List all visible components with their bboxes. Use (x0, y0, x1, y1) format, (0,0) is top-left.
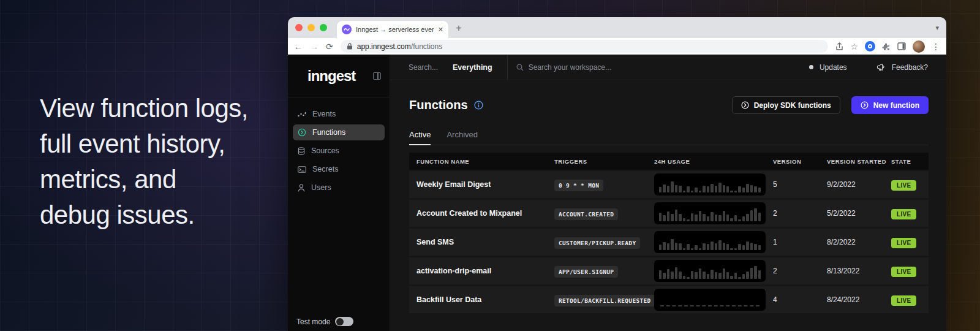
state-badge: LIVE (891, 179, 916, 190)
app-sidebar: inngest Events Functions Sources (288, 55, 390, 331)
page-header: Functions Deploy SDK functions New funct… (409, 96, 929, 114)
side-panel-icon[interactable] (897, 42, 906, 50)
version-started-value: 8/13/2022 (827, 267, 891, 275)
new-function-button-label: New function (873, 101, 919, 110)
new-function-button[interactable]: New function (851, 96, 929, 114)
tab-active[interactable]: Active (409, 130, 431, 145)
col-header-state: STATE (891, 158, 929, 165)
usage-sparkline (654, 231, 766, 253)
onepassword-extension-icon[interactable] (865, 41, 875, 51)
table-row[interactable]: Backfill User Data RETOOL/BACKFILL.REQUE… (409, 286, 929, 313)
minimize-window-button[interactable] (307, 24, 315, 31)
table-row[interactable]: activation-drip-email APP/USER.SIGNUP 2 … (409, 257, 929, 284)
sidebar-item-label: Events (312, 110, 336, 118)
trigger-badge: 0 9 * * MON (554, 179, 603, 190)
table-header-row: FUNCTION NAME TRIGGERS 24H USAGE VERSION… (409, 153, 929, 170)
bookmark-star-icon[interactable]: ☆ (850, 42, 858, 51)
state-badge: LIVE (891, 208, 916, 219)
divider (507, 55, 508, 80)
version-started-value: 8/24/2022 (827, 295, 891, 304)
updates-dot-icon (809, 65, 813, 69)
page-title: Functions (409, 98, 468, 112)
function-tabs: Active Archived (409, 130, 929, 145)
browser-toolbar: ← → ⟳ app.inngest.com/functions ☆ (288, 38, 946, 55)
version-value: 2 (773, 267, 827, 275)
app-content: Search... Everything Updates Feedback? (390, 55, 946, 331)
users-icon (298, 184, 305, 192)
new-tab-button[interactable]: + (456, 23, 462, 33)
col-header-version-started: VERSION STARTED (827, 158, 891, 165)
profile-avatar[interactable] (913, 40, 925, 53)
function-name: Weekly Email Digest (417, 180, 554, 189)
browser-tab[interactable]: Inngest → serverless event-dri ✕ (337, 21, 448, 38)
deploy-button-label: Deploy SDK functions (754, 101, 831, 110)
workspace-search[interactable] (516, 63, 809, 72)
usage-sparkline (654, 173, 766, 196)
version-started-value: 5/2/2022 (827, 209, 891, 218)
search-label[interactable]: Search... (409, 63, 438, 72)
browser-window: Inngest → serverless event-dri ✕ + ▾ ← →… (288, 17, 946, 331)
hero-line: metrics, and (40, 162, 248, 197)
sidebar-item-secrets[interactable]: Secrets (293, 161, 385, 177)
version-value: 4 (773, 295, 827, 304)
test-mode-toggle[interactable] (335, 317, 353, 326)
app-top-bar: Search... Everything Updates Feedback? (390, 55, 946, 80)
sidebar-item-label: Users (311, 183, 331, 192)
tab-archived[interactable]: Archived (447, 130, 478, 145)
search-scope-selector[interactable]: Everything (453, 63, 492, 72)
url-path: /functions (411, 42, 442, 51)
function-name: Send SMS (417, 238, 554, 246)
browser-tab-strip: Inngest → serverless event-dri ✕ + ▾ (288, 17, 946, 38)
deploy-sdk-functions-button[interactable]: Deploy SDK functions (732, 96, 840, 114)
inngest-app: inngest Events Functions Sources (288, 55, 946, 331)
trigger-badge: CUSTOMER/PICKUP.READY (554, 237, 640, 248)
sidebar-item-label: Functions (312, 128, 345, 137)
sidebar-item-sources[interactable]: Sources (293, 143, 385, 159)
updates-link[interactable]: Updates (820, 63, 847, 72)
address-bar[interactable]: app.inngest.com/functions (341, 40, 829, 53)
table-row[interactable]: Account Created to Mixpanel ACCOUNT.CREA… (409, 200, 929, 227)
function-name: activation-drip-email (417, 267, 554, 275)
feedback-link[interactable]: Feedback? (892, 63, 928, 72)
url-host: app.inngest.com (357, 42, 411, 51)
sidebar-header: inngest (288, 55, 390, 97)
chevron-down-icon[interactable]: ▾ (935, 24, 939, 32)
inngest-favicon-icon (342, 25, 352, 34)
sidebar-nav: Events Functions Sources Secrets (288, 97, 390, 317)
sidebar-item-users[interactable]: Users (293, 180, 385, 196)
version-value: 5 (773, 180, 827, 189)
url-text: app.inngest.com/functions (357, 42, 442, 51)
tab-close-icon[interactable]: ✕ (438, 26, 443, 34)
maximize-window-button[interactable] (320, 24, 327, 31)
col-header-version: VERSION (773, 158, 827, 165)
marketing-canvas: View function logs, full event history, … (0, 0, 980, 331)
table-row[interactable]: Weekly Email Digest 0 9 * * MON 5 9/2/20… (409, 171, 929, 198)
collapse-sidebar-icon[interactable] (373, 72, 381, 80)
close-window-button[interactable] (295, 24, 303, 31)
usage-sparkline (654, 260, 766, 282)
version-value: 2 (773, 209, 827, 218)
sidebar-item-events[interactable]: Events (293, 106, 385, 122)
info-icon[interactable] (474, 101, 483, 110)
extensions-puzzle-icon[interactable] (882, 42, 891, 51)
usage-sparkline (654, 289, 766, 311)
reload-icon[interactable]: ⟳ (326, 42, 333, 51)
state-badge: LIVE (891, 265, 916, 276)
sources-icon (298, 147, 305, 155)
functions-icon (298, 128, 306, 137)
tab-title: Inngest → serverless event-dri (356, 26, 434, 33)
table-row[interactable]: Send SMS CUSTOMER/PICKUP.READY 1 8/2/202… (409, 229, 929, 256)
kebab-menu-icon[interactable]: ⋮ (932, 42, 940, 51)
back-icon[interactable]: ← (294, 42, 303, 51)
hero-line: full event history, (40, 126, 248, 162)
col-header-triggers: TRIGGERS (554, 158, 654, 165)
sidebar-item-label: Sources (311, 146, 339, 155)
workspace-search-input[interactable] (529, 63, 663, 72)
lock-icon[interactable] (347, 43, 353, 50)
sidebar-item-functions[interactable]: Functions (293, 124, 385, 140)
share-icon[interactable] (835, 42, 843, 51)
forward-icon[interactable]: → (310, 42, 318, 51)
events-icon (298, 111, 306, 117)
sidebar-item-label: Secrets (312, 165, 338, 173)
search-icon (516, 64, 524, 71)
